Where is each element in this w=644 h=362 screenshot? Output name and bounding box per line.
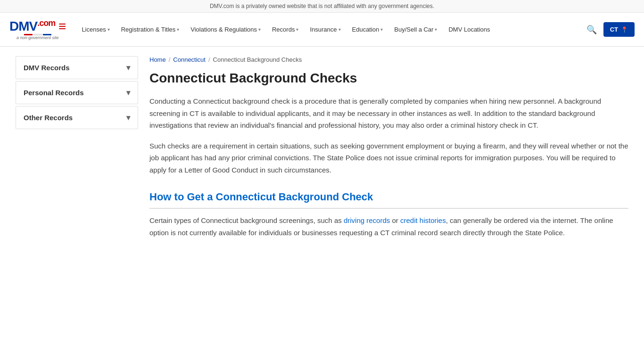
- sidebar-dmv-records: DMV Records ▾: [16, 56, 138, 79]
- logo[interactable]: DMV.com ≡ a non-government site: [9, 19, 66, 40]
- sidebar-personal-records-header[interactable]: Personal Records ▾: [16, 82, 138, 104]
- sidebar-other-records: Other Records ▾: [16, 106, 138, 129]
- nav-dmv-locations[interactable]: DMV Locations: [444, 22, 495, 37]
- chevron-down-icon: ▾: [126, 113, 130, 122]
- state-selector-button[interactable]: CT 📍: [603, 22, 635, 37]
- section-paragraph: Certain types of Connecticut background …: [149, 214, 628, 239]
- page-title: Connecticut Background Checks: [149, 71, 628, 86]
- nav-records[interactable]: Records ▾: [267, 22, 303, 37]
- body-paragraph-2: Such checks are a requirement in certain…: [149, 140, 628, 176]
- breadcrumb-sep-1: /: [169, 56, 171, 63]
- main-content: Home / Connecticut / Connecticut Backgro…: [149, 56, 628, 247]
- sidebar-other-records-header[interactable]: Other Records ▾: [16, 107, 138, 129]
- logo-text: DMV.com ≡: [9, 19, 66, 33]
- header: DMV.com ≡ a non-government site Licenses…: [0, 13, 644, 47]
- chevron-down-icon: ▾: [177, 27, 179, 32]
- driving-records-link[interactable]: driving records: [344, 216, 390, 224]
- nav-violations-regulations[interactable]: Violations & Regulations ▾: [186, 22, 265, 37]
- sidebar: DMV Records ▾ Personal Records ▾ Other R…: [16, 56, 138, 247]
- nav-education[interactable]: Education ▾: [347, 22, 388, 37]
- nav-buy-sell[interactable]: Buy/Sell a Car ▾: [389, 22, 442, 37]
- chevron-down-icon: ▾: [126, 63, 130, 72]
- chevron-down-icon: ▾: [126, 88, 130, 97]
- chevron-down-icon: ▾: [258, 27, 261, 32]
- nav-registration-titles[interactable]: Registration & Titles ▾: [116, 22, 184, 37]
- breadcrumb-connecticut[interactable]: Connecticut: [173, 56, 206, 63]
- top-banner: DMV.com is a privately owned website tha…: [0, 0, 644, 13]
- nav-insurance[interactable]: Insurance ▾: [305, 22, 345, 37]
- chevron-down-icon: ▾: [107, 27, 110, 32]
- pin-icon: 📍: [621, 26, 628, 33]
- breadcrumb-sep-2: /: [208, 56, 210, 63]
- breadcrumb-current: Connecticut Background Checks: [213, 56, 302, 63]
- section-heading-how-to-get: How to Get a Connecticut Background Chec…: [149, 191, 628, 209]
- chevron-down-icon: ▾: [435, 27, 437, 32]
- breadcrumb-home[interactable]: Home: [149, 56, 166, 63]
- body-paragraph-1: Conducting a Connecticut background chec…: [149, 95, 628, 132]
- breadcrumb: Home / Connecticut / Connecticut Backgro…: [149, 56, 628, 63]
- sidebar-personal-records: Personal Records ▾: [16, 81, 138, 104]
- sidebar-dmv-records-header[interactable]: DMV Records ▾: [16, 57, 138, 79]
- chevron-down-icon: ▾: [339, 27, 341, 32]
- credit-histories-link[interactable]: credit histories: [400, 216, 446, 224]
- chevron-down-icon: ▾: [380, 27, 383, 32]
- main-nav: Licenses ▾ Registration & Titles ▾ Viola…: [77, 22, 583, 37]
- logo-subtext: a non-government site: [17, 35, 59, 40]
- nav-licenses[interactable]: Licenses ▾: [77, 22, 114, 37]
- nav-right: 🔍 CT 📍: [584, 22, 635, 38]
- search-button[interactable]: 🔍: [584, 22, 600, 38]
- chevron-down-icon: ▾: [296, 27, 298, 32]
- page-wrap: DMV Records ▾ Personal Records ▾ Other R…: [6, 47, 638, 256]
